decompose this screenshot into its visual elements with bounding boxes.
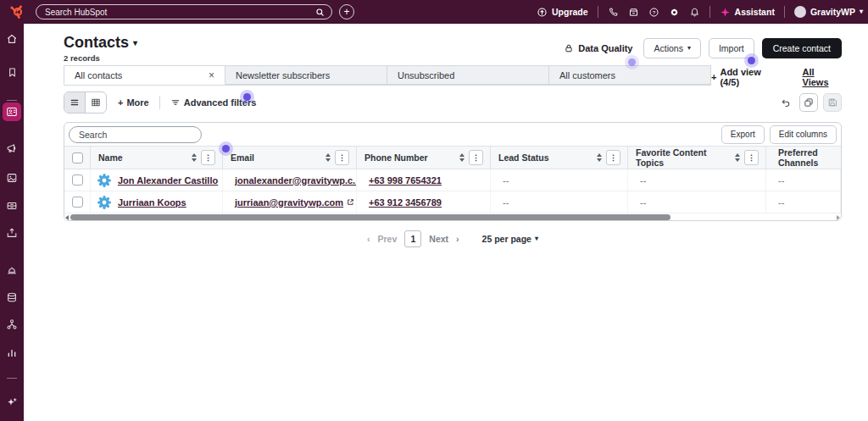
add-view-button[interactable]: + Add view (4/5) [711,67,781,87]
contact-phone-link[interactable]: +63 998 7654321 [369,175,442,186]
prev-button[interactable]: Prev [378,234,398,244]
sort-icon[interactable] [326,153,331,162]
sidebar-item-bookmarks[interactable] [0,67,24,78]
create-contact-button[interactable]: Create contact [762,38,842,58]
all-views-link[interactable]: All Views [803,67,842,87]
preferred-channels-cell: -- [766,191,841,213]
more-filters-button[interactable]: + More [118,97,149,108]
hubspot-logo-icon[interactable] [8,4,24,19]
data-quality-link[interactable]: Data Quality [564,43,632,53]
page-title[interactable]: Contacts ▾ [64,34,137,52]
select-all-checkbox[interactable] [72,152,83,163]
horizontal-scrollbar[interactable] [64,213,841,221]
column-header-name[interactable]: Name ⋮ [91,147,223,169]
scroll-left-arrow-icon[interactable] [65,215,69,220]
scrollbar-thumb[interactable] [70,214,670,220]
sidebar-item-marketing[interactable] [0,142,24,154]
save-view-button[interactable] [823,93,842,112]
gravatar-gear-avatar [97,195,112,210]
board-view-toggle[interactable] [85,92,106,113]
column-header-favorite-content-topics[interactable]: Favorite Content Topics ⋮ [628,147,766,169]
scroll-right-arrow-icon[interactable] [837,215,840,220]
account-menu[interactable]: GravityWP ▾ [794,6,863,18]
table-header-row: Name ⋮ Email ⋮ Phone Number ⋮ [64,146,841,169]
edit-columns-button[interactable]: Edit columns [770,125,837,144]
sort-icon[interactable] [735,153,740,162]
sidebar-item-data-management[interactable] [0,291,24,303]
notifications-bell-icon[interactable] [689,7,700,18]
list-view-toggle[interactable] [64,92,85,113]
chevron-right-icon[interactable]: › [456,234,459,244]
commerce-icon [6,200,18,212]
lead-status-cell: -- [491,191,628,213]
favorite-topics-cell: -- [628,191,766,213]
tab-unsubscribed[interactable]: Unsubscribed [387,65,549,85]
tab-newsletter-subscribers[interactable]: Newsletter subscribers [225,65,387,85]
coachmark-dot[interactable] [744,53,759,68]
global-search[interactable] [36,4,332,19]
close-icon[interactable]: × [209,69,214,81]
marketplace-icon[interactable] [628,7,639,18]
global-search-input[interactable] [43,7,315,18]
sidebar-item-reporting[interactable] [0,346,24,358]
external-link-icon[interactable] [347,198,354,206]
column-menu-button[interactable]: ⋮ [606,150,620,165]
contact-name-link[interactable]: Jon Alexander Castillo [118,175,218,186]
assistant-label: Assistant [735,7,775,17]
actions-label: Actions [654,43,682,53]
column-menu-button[interactable]: ⋮ [744,150,759,165]
row-checkbox[interactable] [72,197,83,208]
sort-icon[interactable] [192,153,197,162]
contact-email-link[interactable]: jurriaan@gravitywp.com [235,197,343,208]
column-header-preferred-channels[interactable]: Preferred Channels [766,147,841,169]
coachmark-dot[interactable] [240,90,254,104]
contact-email-link[interactable]: jonalexander@gravitywp.c... [235,175,357,186]
column-menu-button[interactable]: ⋮ [201,150,215,165]
current-page-button[interactable]: 1 [404,230,421,247]
column-header-email[interactable]: Email ⋮ [223,147,357,169]
help-icon[interactable]: ? [648,7,659,18]
phone-cell: +63 998 7654321 [357,169,491,191]
sidebar-item-library[interactable] [0,227,24,239]
clone-view-button[interactable] [799,93,818,112]
megaphone-icon [6,142,18,154]
contact-phone-link[interactable]: +63 912 3456789 [369,197,442,208]
hubspot-crm-app: + Upgrade ? [0,0,868,421]
sidebar-item-home[interactable] [0,33,24,45]
settings-gear-icon[interactable] [669,7,680,18]
sidebar-item-ai-tools[interactable] [0,396,24,408]
coachmark-dot[interactable] [219,141,233,156]
upgrade-button[interactable]: Upgrade [537,7,588,18]
sort-icon[interactable] [597,153,602,162]
copy-icon [804,97,814,108]
row-checkbox[interactable] [72,174,83,186]
column-header-phone-number[interactable]: Phone Number ⋮ [357,147,491,169]
table-search-input[interactable] [77,129,195,141]
column-menu-button[interactable]: ⋮ [335,150,349,165]
actions-button[interactable]: Actions ▾ [643,38,700,58]
column-menu-button[interactable]: ⋮ [469,150,483,165]
sidebar-item-content[interactable] [0,172,24,184]
coachmark-dot[interactable] [625,55,639,69]
tab-label: Unsubscribed [398,70,454,80]
next-button[interactable]: Next [429,234,448,244]
sort-icon[interactable] [459,153,465,162]
contact-name-link[interactable]: Jurriaan Koops [118,197,186,208]
assistant-button[interactable]: Assistant [720,7,775,18]
sidebar-item-commerce[interactable] [0,200,24,212]
sidebar-item-automations[interactable] [0,319,24,330]
export-button[interactable]: Export [721,125,765,144]
sidebar-item-service[interactable] [0,264,24,276]
undo-button[interactable] [776,93,794,112]
global-create-button[interactable]: + [339,4,354,19]
tab-all-contacts[interactable]: All contacts × [64,65,225,85]
table-search[interactable] [69,126,202,143]
email-cell: jurriaan@gravitywp.com [223,191,357,213]
column-header-lead-status[interactable]: Lead Status ⋮ [491,147,628,169]
table-view-icon [91,97,101,108]
per-page-selector[interactable]: 25 per page ▾ [482,234,538,244]
chevron-left-icon[interactable]: ‹ [367,234,370,244]
sidebar-item-crm-contacts-active[interactable] [3,102,21,121]
upgrade-label: Upgrade [552,7,588,17]
calling-icon[interactable] [608,7,619,18]
